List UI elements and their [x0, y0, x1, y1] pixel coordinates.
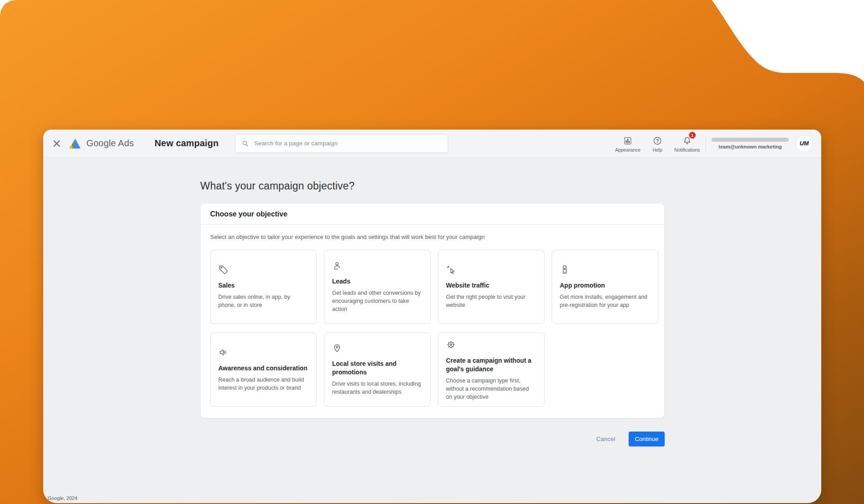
google-footer-note: Google, 2024: [48, 495, 77, 501]
objective-card-no-goal-guidance[interactable]: Create a campaign without a goal's guida…: [438, 333, 544, 407]
objective-description: Get the right people to visit your websi…: [446, 293, 536, 309]
account-email: team@unknown marketing: [719, 144, 782, 149]
card-body: Select an objective to tailor your exper…: [201, 225, 664, 418]
objective-card-sales[interactable]: Sales Drive sales online, in app, by pho…: [210, 250, 317, 324]
cancel-button[interactable]: Cancel: [595, 433, 616, 445]
choose-objective-card: Choose your objective Select an objectiv…: [200, 203, 665, 418]
main-content: What's your campaign objective? Choose y…: [200, 180, 665, 446]
close-icon[interactable]: [50, 137, 63, 150]
objective-description: Drive visits to local stores, including …: [332, 380, 423, 396]
redacted-account-name: [711, 138, 789, 142]
objective-card-app-promotion[interactable]: App promotion Get more installs, engagem…: [552, 250, 658, 324]
leads-person-icon: [332, 261, 423, 271]
location-pin-icon: [332, 343, 423, 354]
app-phone-icon: [560, 265, 650, 275]
campaign-objective-heading: What's your campaign objective?: [200, 180, 665, 192]
objective-description: Get leads and other conversions by encou…: [332, 289, 423, 313]
objective-card-local-store-visits[interactable]: Local store visits and promotions Drive …: [324, 333, 431, 407]
footer-actions: Cancel Continue: [200, 432, 665, 446]
topbar-actions: Appearance ? Help Notifications 1: [613, 134, 702, 153]
objective-card-website-traffic[interactable]: Website traffic Get the right people to …: [438, 250, 544, 324]
objective-description: Choose a campaign type first, without a …: [446, 377, 536, 401]
search-icon: [242, 140, 249, 147]
objectives-grid: Sales Drive sales online, in app, by pho…: [210, 250, 655, 407]
topbar-right-cluster: Appearance ? Help Notifications 1 team@u…: [613, 134, 812, 153]
google-ads-window: Google Ads New campaign Appearance ? Hel…: [43, 130, 821, 503]
desktop-background: Google Ads New campaign Appearance ? Hel…: [0, 0, 864, 504]
topbar-divider: [706, 135, 706, 152]
objective-card-awareness-consideration[interactable]: Awareness and consideration Reach a broa…: [210, 333, 317, 407]
card-title: Choose your objective: [201, 203, 664, 225]
objective-description: Reach a broad audience and build interes…: [218, 376, 309, 392]
topbar-action-label: Appearance: [615, 147, 641, 153]
objective-title: App promotion: [560, 281, 650, 290]
topbar-action-notifications[interactable]: Notifications 1: [672, 134, 702, 153]
objective-card-leads[interactable]: Leads Get leads and other conversions by…: [324, 250, 431, 324]
svg-text:?: ?: [656, 138, 659, 143]
topbar-action-help[interactable]: ? Help: [643, 134, 672, 153]
objective-title: Awareness and consideration: [218, 364, 309, 373]
objective-title: Local store visits and promotions: [332, 360, 423, 377]
chart-icon: [623, 135, 633, 146]
objective-title: Website traffic: [446, 281, 536, 290]
gear-icon: [446, 340, 536, 351]
cursor-click-icon: [446, 265, 536, 275]
account-info[interactable]: team@unknown marketing: [711, 138, 789, 149]
search-input[interactable]: [253, 140, 441, 147]
continue-button[interactable]: Continue: [629, 432, 665, 446]
objective-title: Leads: [332, 277, 423, 286]
objective-title: Sales: [218, 281, 309, 290]
card-subtitle: Select an objective to tailor your exper…: [210, 234, 655, 240]
google-ads-logo-icon: [68, 138, 82, 149]
objective-description: Get more installs, engagement and pre-re…: [560, 293, 650, 309]
objective-description: Drive sales online, in app, by phone, or…: [218, 293, 309, 309]
page-title: New campaign: [154, 138, 218, 148]
topbar: Google Ads New campaign Appearance ? Hel…: [43, 130, 821, 158]
objective-title: Create a campaign without a goal's guida…: [446, 356, 536, 374]
megaphone-icon: [218, 347, 309, 358]
topbar-action-label: Help: [652, 147, 662, 153]
notification-badge: 1: [689, 132, 696, 139]
topbar-action-appearance[interactable]: Appearance: [613, 134, 643, 153]
brand-name: Google Ads: [86, 138, 134, 148]
help-icon: ?: [652, 135, 662, 146]
search-box[interactable]: [235, 134, 448, 153]
avatar[interactable]: UM: [796, 135, 812, 152]
topbar-action-label: Notifications: [674, 147, 700, 153]
sell-tag-icon: [218, 265, 309, 275]
